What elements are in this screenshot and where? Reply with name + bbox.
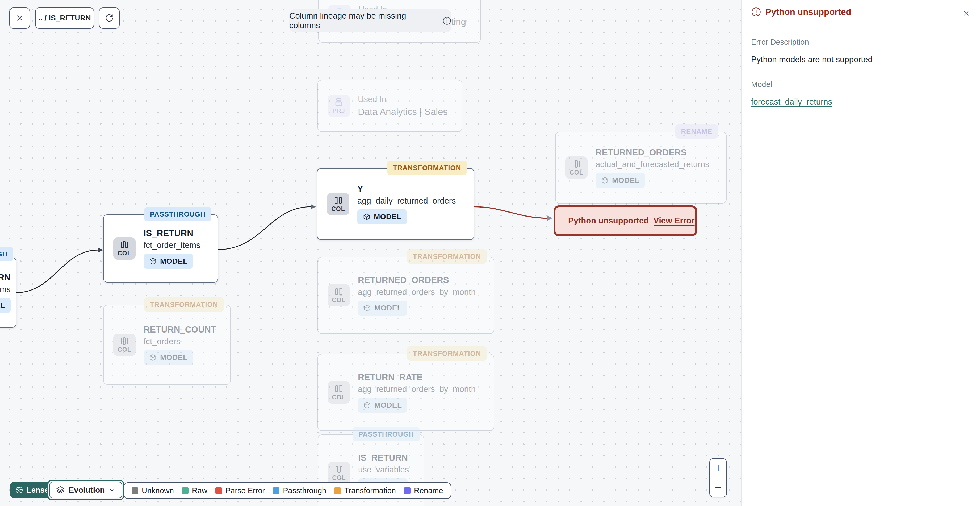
close-lineage-button[interactable] [9, 8, 30, 29]
cube-icon [363, 401, 371, 409]
evolution-lens-dropdown[interactable]: Evolution [47, 480, 124, 500]
notice-text: Column lineage may be missing columns [289, 11, 439, 30]
warning-icon [751, 7, 761, 17]
layers-icon [56, 485, 65, 495]
model-subtitle: fct_order_items [0, 285, 11, 294]
legend-swatch [273, 487, 280, 494]
legend-swatch [404, 487, 410, 494]
lens-aperture-icon [15, 486, 23, 494]
rename-badge: RENAME [675, 124, 718, 139]
legend-swatch [215, 487, 222, 494]
model-subtitle: fct_order_items [143, 241, 200, 250]
legend-label: Raw [192, 486, 207, 495]
cube-icon [601, 176, 609, 184]
column-icon-label: COL [331, 205, 345, 212]
column-icon: COL [327, 193, 349, 215]
column-icon-label: COL [332, 297, 346, 304]
model-chip: MODEL [143, 350, 193, 365]
refresh-button[interactable] [99, 8, 119, 29]
column-title: RETURN_COUNT [143, 324, 216, 335]
column-icon: COL [113, 334, 135, 356]
legend-item: Rename [404, 486, 443, 495]
breadcrumb: .. / IS_RETURN [38, 14, 91, 22]
column-icon-label: COL [118, 250, 131, 257]
legend-label: Parse Error [226, 486, 265, 495]
used-in-label: Used In [358, 95, 386, 104]
lineage-notice: Column lineage may be missing columns [289, 9, 452, 32]
error-description-value: Python models are not supported [751, 55, 873, 64]
column-icon: COL [328, 284, 350, 306]
zoom-control: + − [710, 458, 727, 498]
model-subtitle: agg_returned_orders_by_month [358, 287, 476, 297]
zoom-in-button[interactable]: + [710, 459, 726, 478]
node-column-return-rate[interactable]: TRANSFORMATION COL RETURN_RATE agg_retur… [317, 354, 494, 431]
model-chip: MODEL [143, 254, 193, 269]
legend-item: Raw [182, 486, 207, 495]
lineage-canvas[interactable]: PRJ Used In Data Analytics | Marketing P… [0, 0, 741, 506]
transformation-badge: TRANSFORMATION [407, 346, 487, 361]
error-node-title: Python unsupported [568, 216, 649, 226]
column-title: IS_RETURN [143, 228, 193, 238]
model-chip: MODEL [357, 209, 407, 224]
column-icon: COL [328, 381, 350, 404]
legend-item: Transformation [334, 486, 396, 495]
transformation-badge: TRANSFORMATION [387, 161, 467, 175]
legend-item: Parse Error [215, 486, 265, 495]
column-title: IS_RETURN [358, 453, 408, 463]
column-icon-label: COL [332, 474, 346, 482]
panel-close-button[interactable] [960, 8, 972, 19]
node-project-sales[interactable]: PRJ Used In Data Analytics | Sales [317, 80, 462, 132]
model-chip: MODEL [358, 301, 407, 316]
node-column-returned-orders-month[interactable]: TRANSFORMATION COL RETURNED_ORDERS agg_r… [317, 257, 494, 334]
project-icon-label: PRJ [332, 107, 345, 115]
legend-label: Transformation [344, 486, 396, 495]
zoom-out-button[interactable]: − [710, 478, 726, 497]
error-description-label: Error Description [751, 38, 809, 46]
chevron-down-icon [109, 487, 116, 493]
model-label: Model [751, 80, 772, 89]
info-icon[interactable] [442, 16, 452, 25]
node-column-left-partial[interactable]: PASSTHROUGH IS_RETURN fct_order_items MO… [0, 257, 16, 328]
model-chip: MODEL [595, 173, 645, 188]
model-subtitle: fct_orders [143, 337, 180, 346]
model-chip: MODEL [0, 298, 11, 313]
legend-item: Passthrough [273, 486, 326, 495]
close-icon [16, 14, 24, 22]
column-title: RETURNED_ORDERS [595, 147, 687, 158]
passthrough-badge: PASSTHROUGH [144, 207, 212, 221]
node-column-y[interactable]: TRANSFORMATION COL Y agg_daily_returned_… [317, 168, 474, 240]
project-name: Data Analytics | Sales [358, 106, 448, 117]
cube-icon [149, 354, 157, 362]
refresh-icon [105, 13, 114, 23]
node-column-renamed-returned-orders[interactable]: RENAME COL RETURNED_ORDERS actual_and_fo… [555, 132, 727, 204]
breadcrumb-button[interactable]: .. / IS_RETURN [35, 8, 94, 29]
model-chip: MODEL [358, 398, 407, 413]
column-icon: COL [113, 237, 135, 260]
cube-icon [363, 213, 371, 221]
view-error-link[interactable]: View Error [654, 216, 695, 226]
node-column-is-return[interactable]: PASSTHROUGH COL IS_RETURN fct_order_item… [103, 214, 218, 283]
column-title: RETURNED_ORDERS [358, 275, 449, 285]
column-title: IS_RETURN [0, 273, 11, 283]
column-icon: COL [328, 462, 350, 484]
model-subtitle: actual_and_forecasted_returns [595, 160, 709, 169]
legend-swatch [334, 487, 341, 494]
model-subtitle: use_variables [358, 465, 409, 475]
model-subtitle: agg_returned_orders_by_month [358, 385, 476, 394]
legend-item: Unknown [132, 486, 174, 495]
column-icon-label: COL [118, 346, 131, 353]
panel-header: Python unsupported [741, 0, 980, 27]
legend-label: Passthrough [283, 486, 326, 495]
node-error-python-unsupported[interactable]: Python unsupported View Error [554, 205, 697, 236]
transformation-badge: TRANSFORMATION [407, 249, 487, 263]
legend-label: Unknown [142, 486, 174, 495]
transformation-badge: TRANSFORMATION [144, 297, 224, 312]
column-icon: COL [565, 156, 587, 179]
passthrough-badge: PASSTHROUGH [353, 427, 420, 441]
panel-title: Python unsupported [765, 7, 851, 17]
node-column-return-count[interactable]: TRANSFORMATION COL RETURN_COUNT fct_orde… [103, 305, 231, 385]
column-icon-label: COL [332, 394, 346, 401]
evolution-legend: Unknown Raw Parse Error Passthrough Tran… [124, 482, 451, 499]
legend-swatch [132, 487, 138, 494]
model-link[interactable]: forecast_daily_returns [751, 97, 832, 107]
